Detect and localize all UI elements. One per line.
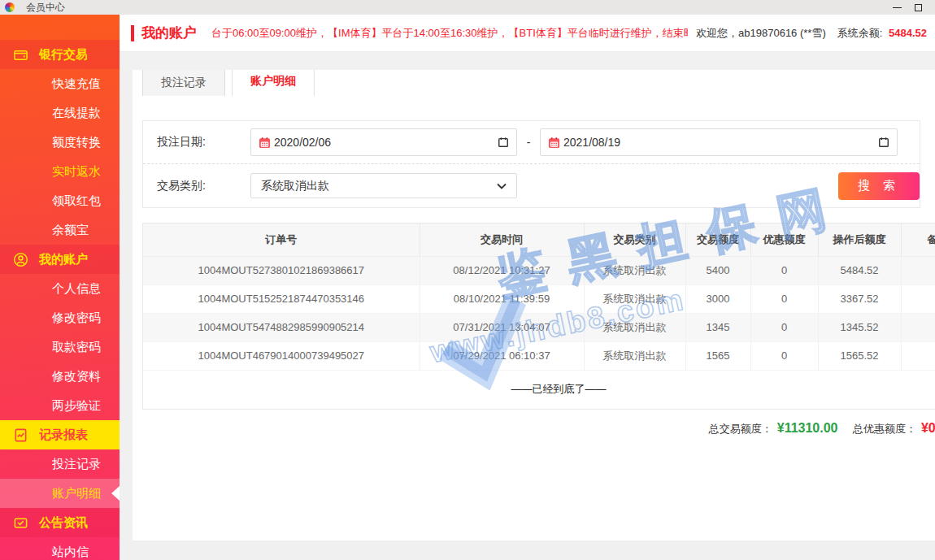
table-cell: 1345.52	[818, 313, 901, 341]
date-range-separator: -	[517, 136, 540, 149]
sidebar-item-quick-deposit[interactable]: 快速充值	[0, 69, 120, 98]
transactions-table-box: 订单号交易时间交易类别交易额度优惠额度操作后额度备注 1004MOUT52738…	[142, 223, 935, 410]
table-cell: 系统取消出款	[584, 313, 685, 341]
table-cell: 5484.52	[818, 256, 901, 284]
transaction-type-value: 系统取消出款	[261, 179, 329, 193]
window-title: 会员中心	[26, 1, 886, 15]
table-cell	[901, 341, 935, 370]
type-filter-row: 交易类别: 系统取消出款 搜 索	[143, 164, 920, 207]
tab-account-details[interactable]: 账户明细	[232, 70, 315, 96]
maintenance-marquee: 台于06:00至09:00维护，【IM体育】平台于14:00至16:30维护，【…	[211, 26, 688, 41]
sidebar-item-edit-profile[interactable]: 修改资料	[0, 362, 120, 391]
table-header-cell: 订单号	[143, 224, 420, 256]
sidebar-item-label: 个人信息	[52, 281, 101, 297]
sidebar-item-label: 账户明细	[52, 486, 101, 501]
table-row: 1004MOUT527380102186938661708/12/2021 10…	[143, 256, 935, 284]
title-accent-bar	[131, 25, 134, 41]
page-title: 我的账户	[141, 24, 197, 42]
active-item-notch	[111, 486, 120, 501]
window-titlebar: 会员中心	[0, 0, 935, 15]
calendar-red-icon	[259, 137, 271, 149]
table-cell: 系统取消出款	[584, 341, 685, 370]
sidebar-item-label: 站内信	[52, 545, 89, 560]
sidebar-item-quota-transfer[interactable]: 额度转换	[0, 128, 120, 157]
app-logo-icon	[5, 2, 15, 12]
sidebar-item-personal-info[interactable]: 个人信息	[0, 274, 120, 303]
sidebar-item-announcements[interactable]: 公告资讯	[0, 508, 120, 537]
table-cell: 3367.52	[818, 284, 901, 313]
sidebar-item-yuebao[interactable]: 余额宝	[0, 215, 120, 245]
table-cell	[901, 256, 935, 284]
type-filter-label: 交易类别:	[157, 179, 250, 193]
sidebar-item-realtime-rebate[interactable]: 实时返水	[0, 157, 120, 186]
table-cell: 1004MOUT5273801021869386617	[143, 256, 420, 284]
date-to-value: 2021/08/19	[563, 136, 620, 149]
tab-bet-records[interactable]: 投注记录	[142, 70, 225, 96]
sidebar-item-label: 两步验证	[52, 398, 101, 414]
search-button[interactable]: 搜 索	[838, 172, 920, 200]
table-row: 1004MOUT547488298599090521407/31/2021 13…	[143, 313, 935, 341]
sidebar-item-online-withdraw[interactable]: 在线提款	[0, 98, 120, 128]
sidebar-item-label: 记录报表	[39, 428, 88, 443]
sidebar-item-label: 修改资料	[52, 369, 101, 384]
table-cell: 5400	[685, 256, 750, 284]
sidebar-item-label: 投注记录	[52, 457, 101, 472]
wallet-icon	[13, 47, 28, 63]
date-filter-label: 投注日期:	[157, 135, 250, 150]
sidebar-item-label: 余额宝	[52, 223, 89, 238]
totals-bar: 总交易额度：¥11310.00 总优惠额度：¥0.00	[133, 421, 935, 436]
table-header-cell: 交易时间	[420, 224, 584, 256]
sidebar-item-records-report[interactable]: 记录报表	[0, 420, 120, 449]
table-cell: 系统取消出款	[584, 256, 685, 284]
sidebar-item-label: 领取红包	[52, 193, 101, 209]
sidebar-item-site-message[interactable]: 站内信	[0, 537, 120, 560]
table-cell: 1004MOUT4679014000739495027	[143, 341, 420, 370]
sidebar-item-bet-records[interactable]: 投注记录	[0, 449, 120, 479]
calendar-red-icon	[548, 137, 560, 149]
maximize-button[interactable]	[907, 1, 928, 14]
date-from-input[interactable]: 2020/02/06	[250, 128, 517, 156]
transaction-type-select[interactable]: 系统取消出款	[250, 173, 517, 198]
table-cell: 1004MOUT5474882985990905214	[143, 313, 420, 341]
table-cell: 08/12/2021 10:31:27	[420, 256, 584, 284]
table-cell: 0	[750, 313, 818, 341]
user-icon	[13, 252, 28, 267]
transactions-table: 订单号交易时间交易类别交易额度优惠额度操作后额度备注 1004MOUT52738…	[143, 224, 935, 409]
sidebar-item-withdraw-password[interactable]: 取款密码	[0, 332, 120, 362]
datepicker-icon[interactable]	[878, 137, 889, 148]
table-header-cell: 交易类别	[584, 224, 685, 256]
minimize-button[interactable]	[886, 1, 907, 14]
table-cell: 1004MOUT5152521874470353146	[143, 284, 420, 313]
table-cell: 0	[750, 284, 818, 313]
mail-icon	[13, 515, 28, 531]
total-trade-value: ¥11310.00	[777, 421, 838, 435]
sidebar-item-two-step-verify[interactable]: 两步验证	[0, 391, 120, 420]
tabs: 投注记录账户明细	[133, 70, 935, 96]
table-header-cell: 操作后额度	[818, 224, 901, 256]
sidebar-item-my-account[interactable]: 我的账户	[0, 245, 120, 274]
main-area: 我的账户 台于06:00至09:00维护，【IM体育】平台于14:00至16:3…	[120, 15, 935, 560]
table-cell: 07/31/2021 13:04:07	[420, 313, 584, 341]
sidebar: 银行交易快速充值在线提款额度转换实时返水领取红包余额宝 我的账户个人信息修改密码…	[0, 15, 120, 560]
sidebar-item-change-password[interactable]: 修改密码	[0, 303, 120, 332]
end-of-list-text: ——已经到底了——	[143, 370, 935, 409]
sidebar-item-account-details[interactable]: 账户明细	[0, 479, 120, 508]
sidebar-item-label: 取款密码	[52, 340, 101, 355]
table-header-cell: 备注	[901, 224, 935, 256]
table-cell: 系统取消出款	[584, 284, 685, 313]
datepicker-icon[interactable]	[498, 137, 509, 148]
table-header-cell: 交易额度	[685, 224, 750, 256]
balance-label: 系统余额:	[837, 27, 883, 39]
sidebar-item-label: 快速充值	[52, 76, 101, 92]
table-cell: 0	[750, 256, 818, 284]
table-cell: 0	[750, 341, 818, 370]
sidebar-item-red-packet[interactable]: 领取红包	[0, 186, 120, 215]
sidebar-item-label: 在线提款	[52, 106, 101, 121]
table-row: 1004MOUT467901400073949502707/29/2021 06…	[143, 341, 935, 370]
sidebar-item-label: 银行交易	[39, 47, 88, 63]
total-bonus-label: 总优惠额度：	[853, 423, 916, 435]
date-to-input[interactable]: 2021/08/19	[540, 128, 898, 156]
sidebar-item-label: 实时返水	[52, 164, 101, 180]
sidebar-item-bank-trade[interactable]: 银行交易	[0, 40, 120, 69]
table-cell	[901, 313, 935, 341]
